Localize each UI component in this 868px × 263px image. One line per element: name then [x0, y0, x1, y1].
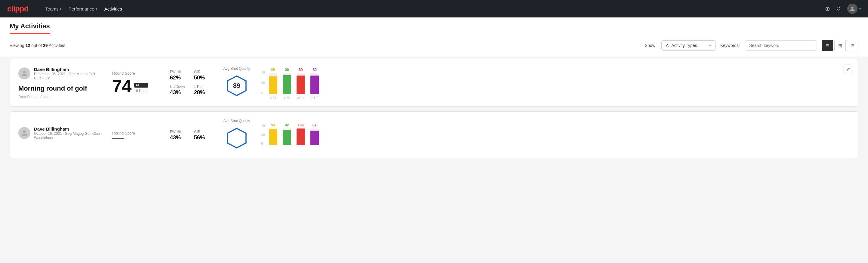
view-toggle: ≡ ⊞ ≡: [822, 40, 858, 51]
score-number: 74: [112, 77, 132, 95]
user-date: December 05, 2021 · Gog Magog Golf Club …: [34, 72, 102, 80]
fw-hit-stat: FW Hit 43%: [170, 130, 188, 141]
card-chart: 100 50 0 85 OTT 90: [261, 68, 850, 98]
data-source: Data Source: Arccos: [18, 95, 102, 99]
logo[interactable]: clippd: [7, 4, 29, 13]
score-badge: +4: [134, 83, 148, 88]
svg-marker-1: [227, 128, 246, 148]
y-label-100: 100: [261, 124, 267, 127]
card-quality: Avg Shot Quality: [222, 119, 252, 151]
bar-ott: 85 OTT: [269, 68, 277, 99]
refresh-icon[interactable]: ↺: [836, 5, 841, 12]
y-label-0: 0: [261, 142, 267, 145]
score-dash: [112, 139, 124, 139]
user-date: October 16, 2021 · Gog Magog Golf Club -…: [34, 132, 102, 140]
card-stats: FW Hit 43% GIR 56%: [170, 130, 212, 141]
updown-stat: Up/Down 43%: [170, 85, 188, 96]
performance-chevron-icon: ▾: [96, 7, 97, 10]
bar-arg: 89 ARG: [297, 68, 305, 99]
show-label: Show:: [645, 43, 657, 48]
bar-ott: 94: [269, 123, 277, 145]
page-title: My Activities: [10, 22, 50, 34]
filter-bar: Viewing 12 out of 29 Activities Show: Al…: [0, 34, 868, 57]
edit-button[interactable]: [843, 64, 853, 74]
card-left: Dave Billingham December 05, 2021 · Gog …: [18, 67, 102, 99]
bar-app: 92: [283, 123, 291, 145]
avatar[interactable]: [847, 4, 858, 14]
score-holes: 18 Holes: [134, 89, 148, 93]
header-right: ⊕ ↺ ▾: [825, 4, 861, 14]
bar-putt: 89 PUTT: [310, 68, 319, 99]
fw-hit-stat: FW Hit 62%: [170, 70, 188, 81]
list-view-button[interactable]: ≡: [822, 40, 833, 51]
nav-performance[interactable]: Performance ▾: [66, 5, 99, 12]
quality-label: Avg Shot Quality: [223, 66, 250, 71]
list-view-icon: ≡: [826, 43, 829, 48]
activities-list: Dave Billingham December 05, 2021 · Gog …: [0, 57, 868, 169]
grid-view-icon: ⊞: [838, 43, 842, 49]
nav-teams[interactable]: Teams ▾: [43, 5, 64, 12]
chart-bars: 94 92 106: [269, 123, 850, 145]
user-chevron-icon: ▾: [859, 7, 861, 10]
user-name: Dave Billingham: [34, 67, 102, 72]
gir-stat: GIR 50%: [194, 70, 212, 81]
viewing-count-text: Viewing 12 out of 29 Activities: [10, 43, 640, 48]
main-header: clippd Teams ▾ Performance ▾ Activities …: [0, 0, 868, 18]
bar-arg: 106: [297, 123, 305, 145]
y-label-50: 50: [261, 133, 267, 137]
user-avatar: [18, 67, 30, 80]
card-chart: 100 50 0 94 92: [261, 123, 850, 147]
card-score: Round Score 74 +4 18 Holes: [112, 71, 160, 95]
card-user: Dave Billingham October 16, 2021 · Gog M…: [18, 126, 102, 140]
compact-view-button[interactable]: ≡: [847, 40, 858, 51]
card-stats: FW Hit 62% GIR 50% Up/Down 43% 1 Putt 28…: [170, 70, 212, 96]
y-label-0: 0: [261, 91, 267, 95]
bar-app: 90 APP: [283, 68, 291, 99]
nav-activities[interactable]: Activities: [102, 5, 125, 12]
card-quality: Avg Shot Quality 89: [222, 66, 252, 99]
user-avatar: [18, 127, 30, 139]
activity-title: Morning round of golf: [18, 85, 102, 92]
page-title-bar: My Activities: [0, 18, 868, 34]
main-nav: Teams ▾ Performance ▾ Activities: [43, 5, 125, 12]
activity-type-chevron-icon: ▾: [709, 43, 711, 48]
search-input[interactable]: [745, 40, 817, 51]
compact-view-icon: ≡: [851, 43, 854, 48]
user-menu[interactable]: ▾: [847, 4, 861, 14]
hex-value: 89: [233, 82, 240, 90]
y-label-50: 50: [261, 81, 267, 85]
shot-quality-hex: 89: [225, 72, 249, 99]
card-left: Dave Billingham October 16, 2021 · Gog M…: [18, 126, 102, 144]
activity-card: Dave Billingham December 05, 2021 · Gog …: [10, 59, 858, 107]
grid-view-button[interactable]: ⊞: [834, 40, 846, 51]
bar-putt: 87: [310, 123, 319, 145]
user-name: Dave Billingham: [34, 126, 102, 132]
gir-stat: GIR 56%: [194, 130, 212, 141]
shot-quality-hex: [225, 125, 249, 151]
one-putt-stat: 1 Putt 28%: [194, 85, 212, 96]
activity-card: Dave Billingham October 16, 2021 · Gog M…: [10, 111, 858, 159]
card-score: Round Score: [112, 131, 160, 139]
score-label: Round Score: [112, 131, 160, 136]
chart-bars: 85 OTT 90 APP: [269, 68, 850, 99]
teams-chevron-icon: ▾: [60, 7, 61, 10]
activity-type-dropdown[interactable]: All Activity Types ▾: [661, 40, 715, 51]
y-label-100: 100: [261, 71, 267, 74]
card-user: Dave Billingham December 05, 2021 · Gog …: [18, 67, 102, 80]
add-icon[interactable]: ⊕: [825, 5, 830, 12]
score-label: Round Score: [112, 71, 160, 76]
quality-label: Avg Shot Quality: [223, 119, 250, 123]
keywords-label: Keywords:: [720, 43, 740, 48]
